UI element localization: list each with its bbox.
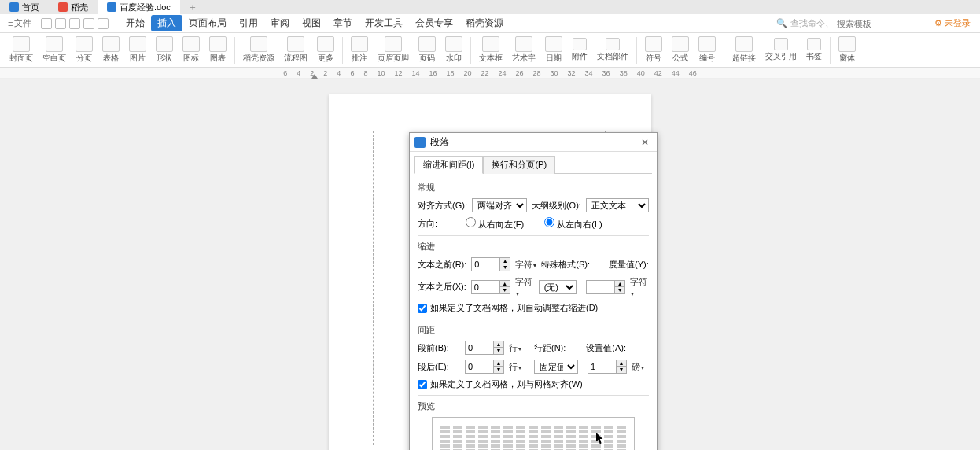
unit-char[interactable]: 字符 <box>630 276 649 297</box>
tool-docer-res[interactable]: 稻壳资源 <box>240 36 278 64</box>
command-search[interactable]: 🔍 查找命令、 <box>776 17 923 29</box>
select-outline[interactable]: 正文文本 <box>586 198 649 212</box>
input-set-value[interactable] <box>588 360 616 374</box>
spin-down[interactable]: ▼ <box>615 287 624 293</box>
tab-indent-spacing[interactable]: 缩进和间距(I) <box>414 156 483 174</box>
input-after-para[interactable] <box>465 360 493 374</box>
tool-crossref[interactable]: 交叉引用 <box>762 38 800 62</box>
tool-more[interactable]: 更多 <box>314 36 337 64</box>
check-snap-grid[interactable]: 如果定义了文档网格，则与网格对齐(W) <box>418 378 649 390</box>
menutab-section[interactable]: 章节 <box>327 15 359 31</box>
spin-up[interactable]: ▲ <box>617 360 626 367</box>
menutab-review[interactable]: 审阅 <box>264 15 296 31</box>
radio-rtl[interactable]: 从右向左(F) <box>466 217 524 231</box>
quick-preview-icon[interactable] <box>69 18 80 29</box>
tool-pagebreak[interactable]: 分页 <box>72 36 96 64</box>
file-menu[interactable]: ≡ 文件 <box>5 17 35 29</box>
menutab-docer[interactable]: 稻壳资源 <box>459 15 510 31</box>
tool-watermark[interactable]: 水印 <box>442 36 466 64</box>
close-button[interactable]: ✕ <box>638 135 652 149</box>
menutab-vip[interactable]: 会员专享 <box>409 15 459 31</box>
input-before-text[interactable] <box>471 257 499 271</box>
tool-attachment[interactable]: 附件 <box>569 38 591 62</box>
document-area: 段落 ✕ 缩进和间距(I) 换行和分页(P) 常规 对齐方式(G): 两端对齐 … <box>0 79 980 450</box>
tab-home[interactable]: 首页 <box>0 0 49 14</box>
menutab-view[interactable]: 视图 <box>296 15 327 31</box>
tick: 20 <box>463 69 471 77</box>
dialog-titlebar[interactable]: 段落 ✕ <box>410 133 657 152</box>
search-input[interactable] <box>837 19 923 28</box>
check-auto-indent[interactable]: 如果定义了文档网格，则自动调整右缩进(D) <box>418 302 649 314</box>
unit-line[interactable]: 行 <box>509 342 521 354</box>
tool-picture[interactable]: 图片 <box>126 36 149 64</box>
tool-comment[interactable]: 批注 <box>348 36 371 64</box>
unit-char[interactable]: 字符 <box>515 259 536 271</box>
unit-pound[interactable]: 磅 <box>632 361 644 373</box>
tool-pagenumber[interactable]: 页码 <box>415 36 439 64</box>
unit-char[interactable]: 字符 <box>515 276 534 297</box>
checkbox-auto-indent[interactable] <box>418 304 427 313</box>
select-special[interactable]: (无) <box>539 280 577 294</box>
menutab-references[interactable]: 引用 <box>233 15 264 31</box>
dialog-tabs: 缩进和间距(I) 换行和分页(P) <box>410 152 657 173</box>
input-metric[interactable] <box>586 280 614 294</box>
menutab-insert[interactable]: 插入 <box>151 15 182 31</box>
add-tab-button[interactable]: ＋ <box>186 1 199 13</box>
spin-up[interactable]: ▲ <box>500 281 510 287</box>
quick-print-icon[interactable] <box>55 18 66 29</box>
spin-down[interactable]: ▼ <box>617 367 626 373</box>
menutab-start[interactable]: 开始 <box>120 15 151 31</box>
section-indent: 缩进 <box>418 241 649 253</box>
login-status[interactable]: ⚙ 未登录 <box>934 17 971 29</box>
spinner-metric[interactable]: ▲▼ <box>586 280 625 294</box>
tool-icons[interactable]: 图标 <box>179 36 203 64</box>
tool-docparts[interactable]: 文档部件 <box>594 38 632 62</box>
input-after-text[interactable] <box>471 280 499 294</box>
tool-wordart[interactable]: 艺术字 <box>509 36 539 64</box>
tool-equation[interactable]: 公式 <box>669 36 692 64</box>
separator <box>234 37 235 64</box>
tool-chart[interactable]: 图表 <box>206 36 230 64</box>
spin-up[interactable]: ▲ <box>500 258 510 264</box>
tool-coverpage[interactable]: 封面页 <box>6 36 36 64</box>
spinner-before-para[interactable]: ▲▼ <box>465 341 504 355</box>
select-align[interactable]: 两端对齐 <box>472 198 527 212</box>
unit-line[interactable]: 行 <box>509 361 521 373</box>
tool-flowchart[interactable]: 流程图 <box>281 36 311 64</box>
quick-save-icon[interactable] <box>41 18 52 29</box>
tool-numbering[interactable]: 编号 <box>695 36 719 64</box>
tool-form[interactable]: 窗体 <box>835 36 859 64</box>
spinner-after-text[interactable]: ▲▼ <box>471 280 510 294</box>
spin-up[interactable]: ▲ <box>615 281 624 287</box>
tool-table[interactable]: 表格 <box>99 36 123 64</box>
tool-blankpage[interactable]: 空白页 <box>39 36 69 64</box>
spinner-after-para[interactable]: ▲▼ <box>465 360 504 374</box>
spinner-before-text[interactable]: ▲▼ <box>471 257 510 271</box>
tool-date[interactable]: 日期 <box>542 36 566 64</box>
spinner-set-value[interactable]: ▲▼ <box>588 360 627 374</box>
spin-down[interactable]: ▼ <box>494 367 503 373</box>
tool-bookmark[interactable]: 书签 <box>803 38 825 62</box>
checkbox-snap-grid[interactable] <box>418 380 427 389</box>
tool-shapes[interactable]: 形状 <box>153 36 176 64</box>
quick-redo-icon[interactable] <box>98 18 109 29</box>
menutab-pagelayout[interactable]: 页面布局 <box>182 15 233 31</box>
tool-hyperlink[interactable]: 超链接 <box>729 36 759 64</box>
input-before-para[interactable] <box>465 341 493 355</box>
spin-down[interactable]: ▼ <box>500 287 510 293</box>
tool-textbox[interactable]: 文本框 <box>476 36 506 64</box>
spin-up[interactable]: ▲ <box>494 360 503 367</box>
spin-down[interactable]: ▼ <box>494 348 503 354</box>
tab-docer[interactable]: 稻壳 <box>49 0 98 14</box>
spin-down[interactable]: ▼ <box>500 264 510 271</box>
quick-undo-icon[interactable] <box>83 18 94 29</box>
tool-symbol[interactable]: 符号 <box>642 36 665 64</box>
select-line-spacing[interactable]: 固定值 <box>534 360 578 374</box>
radio-ltr[interactable]: 从左向右(L) <box>544 217 602 231</box>
menutab-devtools[interactable]: 开发工具 <box>359 15 409 31</box>
tab-document[interactable]: 百度经验.doc <box>98 0 180 14</box>
tool-headerfooter[interactable]: 页眉页脚 <box>374 36 412 64</box>
spin-up[interactable]: ▲ <box>494 341 503 348</box>
tab-line-page-break[interactable]: 换行和分页(P) <box>483 156 555 174</box>
ruler-marker[interactable] <box>311 74 318 79</box>
